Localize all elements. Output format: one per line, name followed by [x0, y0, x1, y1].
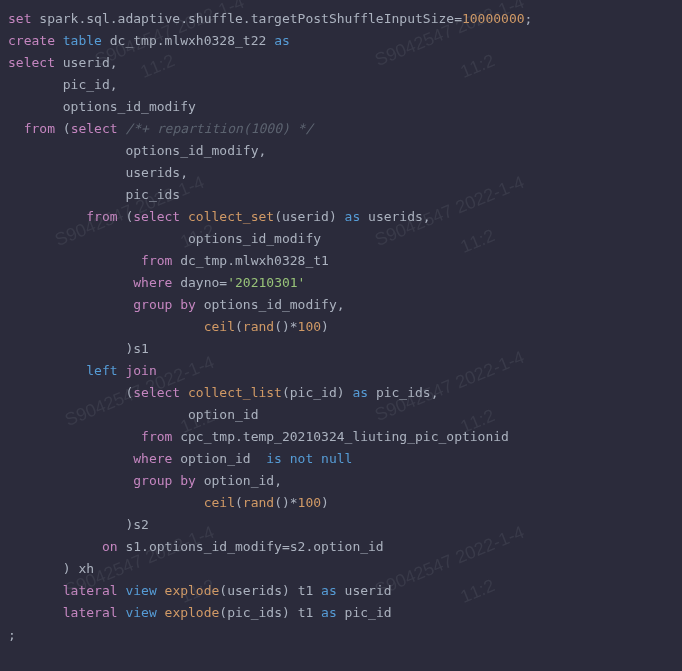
- code-line: select userid,: [8, 55, 118, 70]
- code-line: group by options_id_modify,: [8, 297, 345, 312]
- code-line: )s1: [8, 341, 149, 356]
- code-line: option_id: [8, 407, 258, 422]
- code-line: group by option_id,: [8, 473, 282, 488]
- code-line: pic_id,: [8, 77, 118, 92]
- code-line: left join: [8, 363, 157, 378]
- code-line: options_id_modify: [8, 231, 321, 246]
- code-line: from (select collect_set(userid) as user…: [8, 209, 431, 224]
- code-line: options_id_modify: [8, 99, 196, 114]
- code-line: from (select /*+ repartition(1000) */: [8, 121, 313, 136]
- code-line: options_id_modify,: [8, 143, 266, 158]
- code-line: userids,: [8, 165, 188, 180]
- code-line: pic_ids: [8, 187, 180, 202]
- code-line: from cpc_tmp.temp_20210324_liuting_pic_o…: [8, 429, 509, 444]
- code-line: ceil(rand()*100): [8, 495, 329, 510]
- code-line: lateral view explode(pic_ids) t1 as pic_…: [8, 605, 392, 620]
- code-line: ;: [8, 627, 16, 642]
- code-line: ) xh: [8, 561, 94, 576]
- code-line: where option_id is not null: [8, 451, 352, 466]
- code-line: where dayno='20210301': [8, 275, 305, 290]
- code-line: from dc_tmp.mlwxh0328_t1: [8, 253, 329, 268]
- code-line: )s2: [8, 517, 149, 532]
- code-line: ceil(rand()*100): [8, 319, 329, 334]
- code-line: on s1.options_id_modify=s2.option_id: [8, 539, 384, 554]
- code-editor[interactable]: set spark.sql.adaptive.shuffle.targetPos…: [8, 8, 674, 646]
- code-line: create table dc_tmp.mlwxh0328_t22 as: [8, 33, 290, 48]
- code-line: lateral view explode(userids) t1 as user…: [8, 583, 392, 598]
- code-line: set spark.sql.adaptive.shuffle.targetPos…: [8, 11, 532, 26]
- code-line: (select collect_list(pic_id) as pic_ids,: [8, 385, 439, 400]
